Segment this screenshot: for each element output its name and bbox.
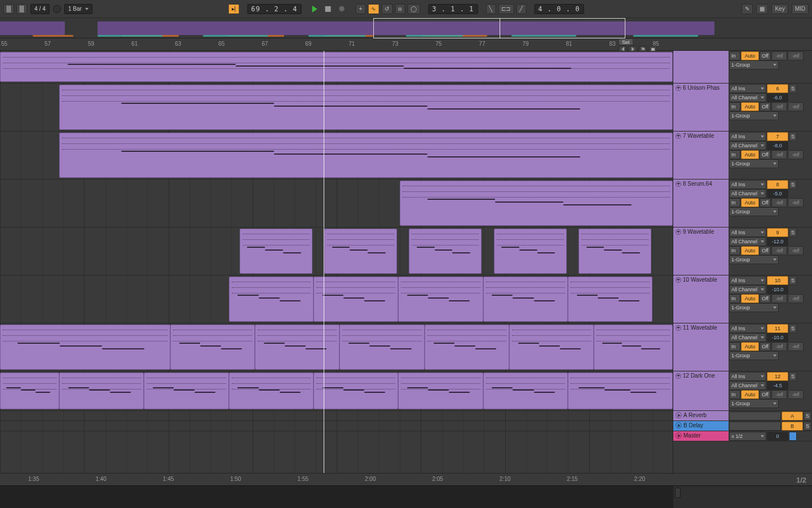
monitor-off[interactable]: Off <box>760 246 771 255</box>
midi-clip[interactable] <box>0 325 170 370</box>
input-type[interactable]: All Ins <box>729 372 766 381</box>
midi-clip[interactable] <box>339 325 424 370</box>
track-activator[interactable]: 11 <box>767 324 788 333</box>
send-a-level[interactable]: -inf <box>771 51 787 60</box>
track-row[interactable] <box>0 179 673 227</box>
track-activator[interactable]: 10 <box>767 276 788 285</box>
computer-keyboard-button[interactable]: ▦ <box>756 4 768 14</box>
solo-button[interactable]: S <box>789 84 797 93</box>
send-a-level[interactable]: -inf <box>771 390 787 399</box>
monitor-in[interactable]: In <box>729 390 740 399</box>
cue-out[interactable]: ıı 1/2 <box>729 432 766 441</box>
track-title[interactable]: 9 Wavetable <box>673 227 729 236</box>
send-a-level[interactable]: -inf <box>771 102 787 111</box>
send-b-level[interactable]: -inf <box>788 102 804 111</box>
track-title[interactable]: 8 Serum.64 <box>673 179 729 188</box>
loop-start[interactable]: 3 . 1 . 1 <box>428 4 478 14</box>
send-a-level[interactable]: -inf <box>771 150 787 159</box>
send-a-level[interactable]: -inf <box>771 246 787 255</box>
midi-map-button[interactable]: MID <box>792 4 809 14</box>
loop-button[interactable]: ⊏⊐ <box>498 4 514 14</box>
time-signature[interactable]: 4 / 4 <box>30 4 50 14</box>
monitor-auto[interactable]: Auto <box>741 51 759 60</box>
input-channel[interactable]: All Channel <box>729 285 766 294</box>
midi-clip[interactable] <box>59 85 673 130</box>
output-routing[interactable]: 1-Group <box>729 399 779 408</box>
track-row[interactable] <box>0 51 673 84</box>
track-title[interactable]: 12 Dark One <box>673 371 729 380</box>
input-type[interactable]: All Ins <box>729 180 766 189</box>
output-routing[interactable]: 1-Group <box>729 159 779 168</box>
midi-clip[interactable] <box>59 133 673 178</box>
monitor-auto[interactable]: Auto <box>741 150 759 159</box>
record-button[interactable] <box>336 4 347 14</box>
solo-button[interactable]: S <box>789 132 797 141</box>
return-stop-button[interactable] <box>676 422 682 428</box>
track-activator[interactable]: 6 <box>767 84 788 93</box>
midi-clip[interactable] <box>400 181 673 226</box>
tap-tempo-button[interactable] <box>3 4 14 14</box>
quantize-menu[interactable]: 1 Bar <box>64 4 92 14</box>
time-ruler[interactable]: 1:351:401:451:501:552:002:052:102:152:20… <box>0 473 812 485</box>
monitor-in[interactable]: In <box>729 294 740 303</box>
track-fold-button[interactable] <box>676 277 681 283</box>
track-fold-button[interactable] <box>676 325 681 331</box>
master-header[interactable]: Master <box>673 431 729 441</box>
monitor-in[interactable]: In <box>729 51 740 60</box>
track-volume[interactable]: -6.0 <box>767 93 788 102</box>
midi-clip[interactable] <box>229 373 314 409</box>
monitor-off[interactable]: Off <box>760 150 771 159</box>
track-header[interactable]: 12 Dark One <box>673 371 729 410</box>
input-type[interactable]: All Ins <box>729 84 766 93</box>
track-header[interactable]: 11 Wavetable <box>673 323 729 371</box>
track-header[interactable]: 8 Serum.64 <box>673 179 729 227</box>
track-fold-button[interactable] <box>676 181 681 187</box>
monitor-auto[interactable]: Auto <box>741 198 759 207</box>
track-fold-button[interactable] <box>676 229 681 235</box>
master-stop-button[interactable] <box>676 432 682 439</box>
solo-button[interactable]: S <box>789 276 797 285</box>
monitor-off[interactable]: Off <box>760 102 771 111</box>
bar-ruler[interactable]: 55575961636567697173757779818385 Set ⚑ <box>0 38 812 51</box>
solo-button[interactable]: S <box>789 180 797 189</box>
send-b-level[interactable]: -inf <box>788 342 804 351</box>
track-title[interactable]: 6 Unison Phas <box>673 84 729 92</box>
track-row[interactable] <box>0 371 673 411</box>
monitor-off[interactable]: Off <box>760 342 771 351</box>
track-header[interactable]: 10 Wavetable <box>673 275 729 323</box>
send-b-level[interactable]: -inf <box>788 150 804 159</box>
monitor-auto[interactable]: Auto <box>741 390 759 399</box>
track-row[interactable] <box>0 323 673 371</box>
track-row[interactable] <box>0 84 673 132</box>
monitor-off[interactable]: Off <box>760 294 771 303</box>
track-fold-button[interactable] <box>676 133 681 139</box>
midi-clip[interactable] <box>409 229 482 274</box>
track-title[interactable]: 10 Wavetable <box>673 275 729 284</box>
output-routing[interactable]: 1-Group <box>729 60 779 69</box>
track-row[interactable] <box>0 132 673 179</box>
set-marker-button[interactable]: Set <box>619 38 633 45</box>
monitor-auto[interactable]: Auto <box>741 294 759 303</box>
send-a-level[interactable]: -inf <box>771 198 787 207</box>
midi-clip[interactable] <box>579 229 651 274</box>
midi-clip[interactable] <box>568 373 673 409</box>
session-record-button[interactable]: ◯ <box>407 4 420 14</box>
stop-button[interactable] <box>322 4 333 14</box>
track-row[interactable] <box>0 275 673 323</box>
monitor-in[interactable]: In <box>729 342 740 351</box>
midi-clip[interactable] <box>314 277 398 322</box>
track-header[interactable] <box>673 51 729 83</box>
return-stop-button[interactable] <box>676 412 682 418</box>
midi-clip[interactable] <box>425 325 509 370</box>
track-header[interactable]: 9 Wavetable <box>673 227 729 275</box>
input-channel[interactable]: All Channel <box>729 141 766 150</box>
send-a-level[interactable]: -inf <box>771 294 787 303</box>
input-channel[interactable]: All Channel <box>729 381 766 390</box>
solo-button[interactable]: S <box>789 372 797 381</box>
midi-clip[interactable] <box>314 373 398 409</box>
track-volume[interactable]: -10.0 <box>767 285 788 294</box>
punch-out-button[interactable]: ╱ <box>516 4 526 14</box>
midi-clip[interactable] <box>0 52 673 82</box>
solo-button[interactable]: S <box>789 324 797 333</box>
track-activator[interactable]: 8 <box>767 180 788 189</box>
